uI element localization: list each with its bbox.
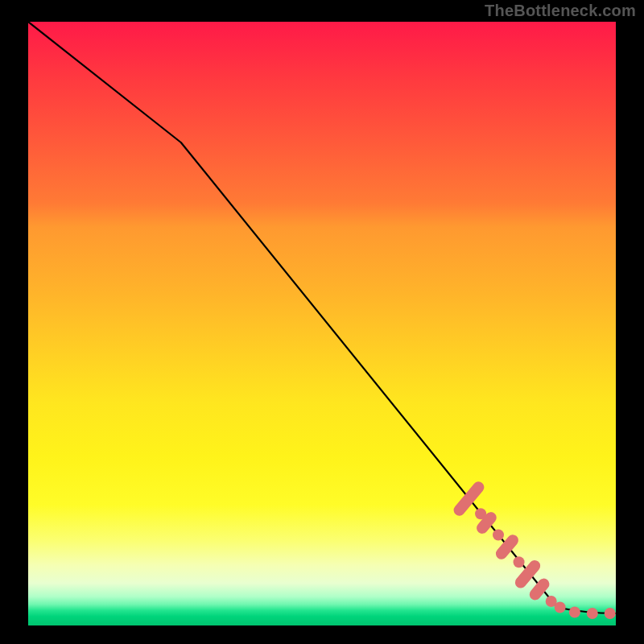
bottleneck-curve (28, 22, 616, 613)
marker-dot (605, 608, 616, 619)
data-markers (452, 479, 616, 619)
marker-dot (493, 530, 504, 541)
marker-dot (569, 607, 580, 618)
plot-area (28, 22, 616, 625)
chart-frame: TheBottleneck.com (0, 0, 644, 644)
watermark-text: TheBottleneck.com (485, 2, 636, 20)
plot-svg (28, 22, 616, 625)
marker-dot (587, 608, 598, 619)
marker-dot (555, 602, 566, 613)
marker-dot (514, 556, 525, 568)
